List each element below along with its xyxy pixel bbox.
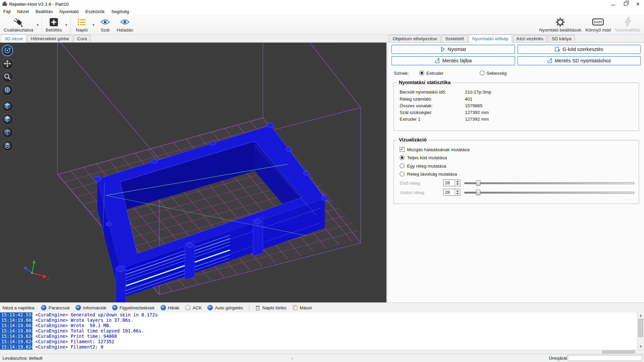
filament-eye-icon (100, 16, 110, 27)
statusbar: Leválasztva: default - Üresjárat (0, 354, 644, 362)
toggle-log-button[interactable]: Napló (72, 16, 91, 34)
isometric-view-button[interactable] (2, 100, 13, 112)
color-extruder-option[interactable]: Extruder (419, 71, 443, 76)
speed-radio[interactable] (480, 71, 485, 76)
menubar: Fájl Nézet Beállítás Nyomtató Eszközök S… (0, 8, 644, 15)
log-label: Napló (76, 27, 88, 33)
print-button[interactable]: Nyomtat (391, 45, 515, 54)
save-to-sd-button[interactable]: Mentés SD nyomtatáshoz (517, 56, 641, 65)
close-button[interactable] (632, 0, 644, 8)
show-layer-range-option[interactable]: Réteg távolság mutatása (399, 170, 639, 178)
full-code-radio[interactable] (399, 155, 405, 160)
tab-object-placement[interactable]: Objektum elhelyezése (389, 35, 441, 42)
trash-icon (255, 305, 260, 310)
restore-icon (624, 2, 627, 6)
show-full-code-option[interactable]: Teljes kód mutatása (399, 154, 639, 162)
spin-up-icon[interactable] (455, 189, 460, 192)
show-travel-option[interactable]: Mozgás haladásának mutatása (399, 145, 639, 153)
easy-mode-button[interactable]: EASY Könnyű mód (583, 16, 613, 34)
first-layer-spinner[interactable]: 28 (443, 179, 460, 186)
app-icon (2, 1, 7, 7)
show-single-layer-option[interactable]: Egy réteg mutatása (399, 162, 639, 170)
last-layer-slider[interactable] (464, 189, 635, 196)
ack-toggle-icon (185, 305, 191, 310)
emergency-stop-button[interactable]: Vészleállítás (613, 16, 642, 34)
restore-button[interactable] (620, 0, 632, 8)
menu-segitseg[interactable]: Segítség (108, 8, 132, 15)
connect-button[interactable]: Csatlakoztatva (2, 16, 36, 34)
clear-log-button[interactable]: Napló törlés (255, 305, 286, 310)
show-travel-checkbox[interactable] (399, 147, 405, 152)
scroll-up-icon[interactable]: ▲ (637, 312, 644, 318)
move-object-button[interactable] (2, 84, 13, 96)
log-output[interactable]: 15:13:42.532<CuraEngine> Generated up/do… (0, 312, 644, 350)
menu-nezet[interactable]: Nézet (14, 8, 32, 15)
filter-infos[interactable]: Információk (75, 305, 106, 310)
tab-print-preview[interactable]: Nyomtatás előkép (469, 35, 512, 43)
extruder-radio[interactable] (419, 71, 424, 76)
slider-thumb[interactable] (476, 189, 480, 195)
emergency-stop-label: Vészleállítás (615, 27, 640, 33)
log-dropdown-arrow[interactable] (91, 16, 96, 34)
log-filter-label: Nézd a naplóba: (2, 305, 35, 310)
scroll-down-icon[interactable]: ▼ (637, 344, 644, 350)
front-view-button[interactable] (2, 113, 13, 125)
stat-row: Réteg számláló:401 (394, 96, 639, 102)
menu-eszkozok[interactable]: Eszközök (82, 8, 108, 15)
log-vertical-scrollbar[interactable]: ▲ ▼ (637, 312, 644, 350)
edit-gcode-button[interactable]: G-kód szerkesztés (517, 45, 641, 54)
minimize-button[interactable] (607, 0, 620, 8)
easy-badge-icon: EASY (592, 18, 604, 25)
filter-commands[interactable]: Parancsok (41, 305, 70, 310)
load-dropdown-arrow[interactable] (64, 16, 68, 34)
3d-viewport[interactable]: x (0, 43, 386, 302)
log-entry: 15:14:19.624<CuraEngine> Filament2: 0 (0, 344, 644, 350)
toolbar-separator (42, 17, 42, 33)
top-view-button[interactable] (2, 126, 13, 138)
tab-3d-view[interactable]: 3D nézet (1, 35, 26, 43)
filter-ack[interactable]: ACK (185, 305, 202, 310)
scrollbar-thumb[interactable] (602, 351, 635, 354)
menu-nyomtato[interactable]: Nyomtató (56, 8, 82, 15)
single-layer-radio[interactable] (399, 163, 405, 168)
last-layer-spinner[interactable]: 28 (443, 189, 460, 196)
connect-dropdown-arrow[interactable] (35, 16, 40, 34)
spin-up-icon[interactable] (455, 180, 460, 183)
tab-cura[interactable]: Cura (73, 35, 91, 42)
show-progress-button[interactable]: Haladás (115, 16, 136, 34)
scrollbar-thumb[interactable] (638, 319, 643, 337)
log-entry: 15:14:19.624<CuraEngine> Print time: 940… (0, 334, 644, 339)
move-view-button[interactable] (2, 58, 13, 69)
tab-temperature-curve[interactable]: Hőmérséklet görbe (27, 35, 73, 42)
stat-value: 1579885 (465, 103, 482, 108)
slider-thumb[interactable] (476, 180, 480, 186)
zoom-view-button[interactable] (2, 71, 13, 82)
spin-down-icon[interactable] (455, 183, 460, 186)
filter-errors[interactable]: Hibák (160, 305, 179, 310)
last-layer-label: Utolsó réteg: (399, 190, 443, 195)
filter-autoscroll[interactable]: Auto görgetés (208, 305, 243, 310)
layer-range-radio[interactable] (399, 172, 405, 177)
menu-beallitas[interactable]: Beállítás (32, 8, 56, 15)
tab-sd-card[interactable]: SD kártya (548, 35, 575, 42)
color-speed-option[interactable]: Sebesség (480, 71, 507, 76)
first-layer-slider[interactable] (464, 180, 635, 186)
load-button[interactable]: Betöltés (44, 16, 64, 34)
save-to-file-button[interactable]: Mentés fájlba (391, 56, 515, 65)
tab-slicer[interactable]: Szeletelő (442, 35, 468, 42)
stat-value: 401 (465, 96, 472, 101)
tab-manual-control[interactable]: Kézi vezérlés (513, 35, 547, 42)
rotate-view-button[interactable] (2, 45, 13, 56)
3d-scene: x (0, 43, 386, 302)
parallel-projection-button[interactable] (2, 139, 13, 151)
spin-down-icon[interactable] (455, 192, 460, 195)
copy-log-button[interactable]: Másol (292, 305, 312, 310)
show-filament-button[interactable]: Szál (96, 16, 114, 34)
commands-toggle-icon (41, 305, 47, 310)
printer-settings-button[interactable]: Nyomtató beállítások (537, 16, 583, 34)
print-preview-panel: Nyomtat G-kód szerkesztés Mentés fájlba (388, 43, 644, 302)
menu-fajl[interactable]: Fájl (0, 8, 14, 15)
single-layer-label: Egy réteg mutatása (407, 163, 446, 168)
filter-warnings[interactable]: Figyelmeztetések (112, 305, 155, 310)
log-horizontal-scrollbar[interactable] (0, 350, 644, 354)
